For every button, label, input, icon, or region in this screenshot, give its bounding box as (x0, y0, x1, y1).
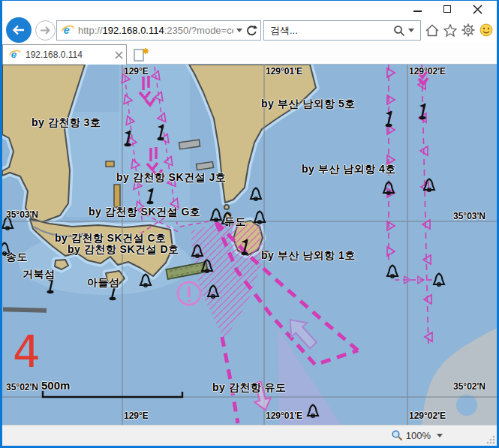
new-tab-icon (133, 47, 149, 62)
close-icon (473, 5, 482, 14)
chart-canvas[interactable]: 129°E129°01'E129°02'E129°E129°01'E129°02… (2, 65, 497, 425)
back-button[interactable] (6, 17, 32, 43)
browser-window: e http://192.168.0.114:2350/?mode=cen 검색… (0, 0, 499, 448)
maximize-button[interactable] (432, 1, 462, 17)
address-dropdown-icon[interactable] (236, 29, 242, 32)
zoom-level: 100% (406, 430, 431, 441)
tab-title: 192.168.0.114 (26, 50, 115, 60)
zoom-control[interactable]: 100% (391, 428, 446, 443)
tab-close-icon[interactable] (115, 51, 123, 59)
url-host: 192.168.0.114 (103, 25, 164, 36)
navigation-toolbar: e http://192.168.0.114:2350/?mode=cen 검색… (2, 17, 497, 43)
address-bar[interactable]: e http://192.168.0.114:2350/?mode=cen (56, 20, 261, 41)
refresh-icon[interactable] (245, 25, 257, 37)
ie-logo-icon: e (62, 24, 74, 37)
forward-button[interactable] (35, 20, 56, 41)
url-text[interactable]: http://192.168.0.114:2350/?mode=cen (78, 25, 233, 36)
search-box[interactable]: 검색... (263, 20, 421, 41)
search-icon[interactable] (393, 25, 405, 37)
home-button[interactable] (425, 21, 439, 39)
forward-arrow-icon (40, 26, 51, 35)
url-scheme: http:// (78, 25, 103, 36)
maximize-icon (443, 5, 451, 13)
ie-logo-icon: e (9, 49, 21, 61)
home-icon (425, 24, 439, 37)
star-icon (443, 24, 457, 37)
titlebar[interactable] (2, 1, 497, 17)
favorites-button[interactable] (443, 21, 457, 39)
settings-button[interactable] (461, 21, 475, 39)
nautical-chart (2, 65, 497, 425)
quay (114, 185, 120, 207)
status-bar: 100% (2, 425, 497, 446)
back-arrow-icon (12, 24, 26, 36)
new-tab-button[interactable] (132, 47, 150, 62)
resize-grip[interactable] (486, 435, 495, 444)
smiley-icon (479, 23, 493, 37)
close-button[interactable] (462, 1, 492, 17)
tab-bar: e 192.168.0.114 (2, 43, 497, 65)
zoom-magnifier-icon (391, 429, 403, 441)
url-path: :2350/?mode=cen (164, 25, 233, 36)
gear-icon (461, 23, 475, 37)
tab-active[interactable]: e 192.168.0.114 (2, 44, 127, 65)
minimize-button[interactable] (402, 1, 432, 17)
quay-small (106, 161, 114, 167)
zoom-dropdown-icon[interactable] (437, 434, 443, 437)
minimize-icon (413, 11, 422, 12)
search-dropdown-icon[interactable] (408, 29, 414, 32)
search-placeholder: 검색... (270, 24, 393, 38)
feedback-button[interactable] (479, 21, 493, 39)
